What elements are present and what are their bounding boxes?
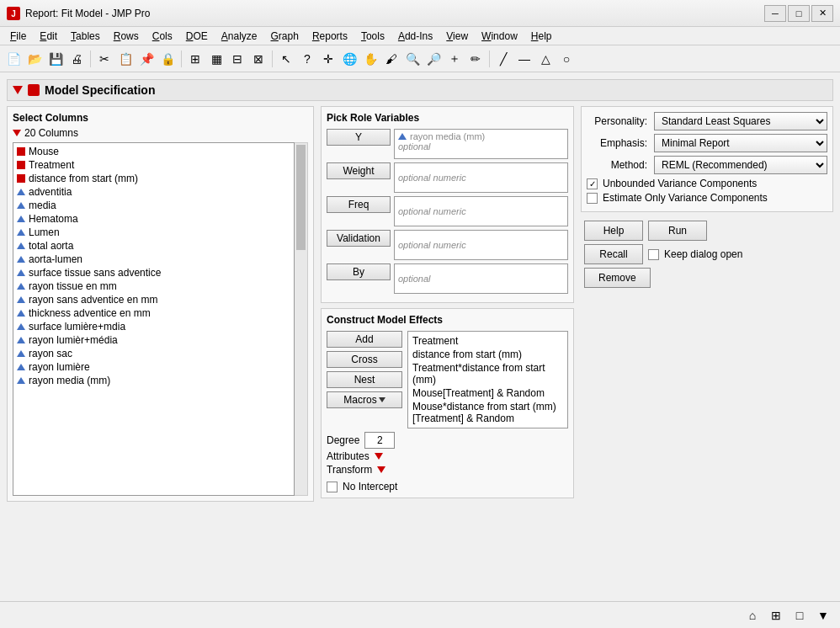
tb-move[interactable]: ✛ [318, 49, 338, 69]
list-item[interactable]: Treatment [411, 334, 565, 348]
columns-list[interactable]: MouseTreatmentdistance from start (mm)ad… [13, 142, 295, 496]
list-item[interactable]: rayon tissue en mm [15, 279, 292, 293]
tb-cut[interactable]: ✂ [94, 49, 114, 69]
no-intercept-checkbox[interactable] [327, 482, 338, 492]
tb-shape2[interactable]: ○ [556, 49, 577, 69]
tb-print[interactable]: 🖨 [66, 49, 87, 69]
list-item[interactable]: Treatment*distance from start (mm) [411, 361, 565, 386]
menu-edit[interactable]: Edit [33, 29, 64, 44]
tb-table3[interactable]: ⊟ [227, 49, 247, 69]
menu-tools[interactable]: Tools [354, 29, 391, 44]
unbounded-checkbox[interactable] [587, 178, 598, 189]
transform-dropdown-icon[interactable] [377, 466, 385, 473]
status-home-btn[interactable]: ⌂ [742, 605, 763, 625]
list-item[interactable]: adventitia [15, 185, 292, 199]
role-btn-y[interactable]: Y [327, 129, 391, 146]
tb-shape1[interactable]: △ [535, 49, 556, 69]
menu-doe[interactable]: DOE [179, 29, 215, 44]
run-button[interactable]: Run [648, 221, 707, 241]
construct-macros-btn[interactable]: Macros [327, 391, 402, 408]
list-item[interactable]: Mouse*distance from start (mm)[Treatment… [411, 400, 565, 425]
tb-copy[interactable]: 📋 [115, 49, 136, 69]
menu-file[interactable]: File [3, 29, 33, 44]
tb-paste[interactable]: 📌 [136, 49, 157, 69]
minimize-button[interactable]: ─ [764, 5, 786, 22]
list-item[interactable]: surface tissue sans adventice [15, 266, 292, 279]
remove-button[interactable]: Remove [584, 268, 651, 288]
list-item[interactable]: rayon sans adventice en mm [15, 293, 292, 306]
list-item[interactable]: Treatment [15, 158, 292, 172]
menu-rows[interactable]: Rows [107, 29, 146, 44]
construct-add-btn[interactable]: Add [327, 331, 402, 348]
tb-new[interactable]: 📄 [3, 49, 24, 69]
tb-pencil[interactable]: ✏ [465, 49, 486, 69]
list-item[interactable]: Lumen [15, 226, 292, 239]
columns-scrollbar[interactable] [295, 142, 308, 496]
columns-collapse-icon[interactable] [13, 130, 21, 136]
tb-hand[interactable]: ✋ [360, 49, 380, 69]
tb-select[interactable]: ↖ [276, 49, 296, 69]
maximize-button[interactable]: □ [788, 5, 810, 22]
recall-button[interactable]: Recall [584, 244, 643, 264]
role-field-by[interactable]: optional [394, 263, 568, 294]
list-item[interactable]: Mouse [15, 145, 292, 158]
list-item[interactable]: distance from start (mm) [411, 348, 565, 361]
list-item[interactable]: total aorta [15, 239, 292, 253]
status-grid-btn[interactable]: ⊞ [766, 605, 786, 625]
construct-nest-btn[interactable]: Nest [327, 371, 402, 388]
effects-list[interactable]: Treatmentdistance from start (mm)Treatme… [407, 331, 568, 428]
tb-help[interactable]: ? [297, 49, 317, 69]
list-item[interactable]: aorta-lumen [15, 253, 292, 266]
role-btn-validation[interactable]: Validation [327, 230, 391, 247]
menu-graph[interactable]: Graph [264, 29, 306, 44]
tb-dash[interactable]: — [514, 49, 534, 69]
list-item[interactable]: Mouse[Treatment] & Random [411, 386, 565, 400]
list-item[interactable]: Hematoma [15, 212, 292, 226]
section-collapse-icon[interactable] [13, 86, 23, 94]
list-item[interactable]: rayon lumière [15, 360, 292, 374]
menu-view[interactable]: View [439, 29, 475, 44]
construct-cross-btn[interactable]: Cross [327, 351, 402, 368]
status-window-btn[interactable]: □ [789, 605, 810, 625]
help-button[interactable]: Help [584, 221, 643, 241]
tb-table2[interactable]: ▦ [206, 49, 226, 69]
tb-globe[interactable]: 🌐 [339, 49, 359, 69]
tb-search[interactable]: 🔍 [402, 49, 423, 69]
menu-cols[interactable]: Cols [146, 29, 179, 44]
role-field-y[interactable]: rayon media (mm) optional [394, 129, 568, 159]
role-field-freq[interactable]: optional numeric [394, 196, 568, 226]
tb-lock[interactable]: 🔒 [157, 49, 178, 69]
menu-analyze[interactable]: Analyze [215, 29, 264, 44]
menu-reports[interactable]: Reports [306, 29, 354, 44]
list-item[interactable]: rayon sac [15, 347, 292, 360]
attributes-dropdown-icon[interactable] [375, 453, 383, 460]
tb-table1[interactable]: ⊞ [185, 49, 205, 69]
list-item[interactable]: distance from start (mm) [15, 172, 292, 185]
tb-zoom[interactable]: 🔎 [423, 49, 444, 69]
list-item[interactable]: thickness adventice en mm [15, 306, 292, 320]
list-item[interactable]: surface lumière+mdia [15, 320, 292, 333]
tb-plus[interactable]: ＋ [444, 49, 465, 69]
list-item[interactable]: rayon media (mm) [15, 374, 292, 387]
tb-open[interactable]: 📂 [24, 49, 45, 69]
menu-addins[interactable]: Add-Ins [391, 29, 439, 44]
tb-save[interactable]: 💾 [45, 49, 66, 69]
degree-input[interactable] [364, 432, 395, 449]
role-btn-by[interactable]: By [327, 263, 391, 280]
close-button[interactable]: ✕ [811, 5, 833, 22]
tb-line[interactable]: ╱ [493, 49, 513, 69]
tb-brush[interactable]: 🖌 [381, 49, 401, 69]
role-btn-freq[interactable]: Freq [327, 196, 391, 213]
estimate-checkbox[interactable] [587, 193, 598, 204]
role-field-validation[interactable]: optional numeric [394, 230, 568, 260]
menu-help[interactable]: Help [524, 29, 559, 44]
role-field-weight[interactable]: optional numeric [394, 162, 568, 193]
keep-dialog-checkbox[interactable] [648, 249, 659, 260]
menu-window[interactable]: Window [475, 29, 524, 44]
emphasis-select[interactable]: Minimal Report Effect Leverage Effect Sc… [654, 134, 827, 152]
tb-table4[interactable]: ⊠ [248, 49, 268, 69]
status-arrow-btn[interactable]: ▼ [813, 605, 833, 625]
list-item[interactable]: media [15, 199, 292, 212]
menu-tables[interactable]: Tables [64, 29, 107, 44]
personality-select[interactable]: Standard Least Squares Stepwise Generali… [654, 112, 827, 130]
